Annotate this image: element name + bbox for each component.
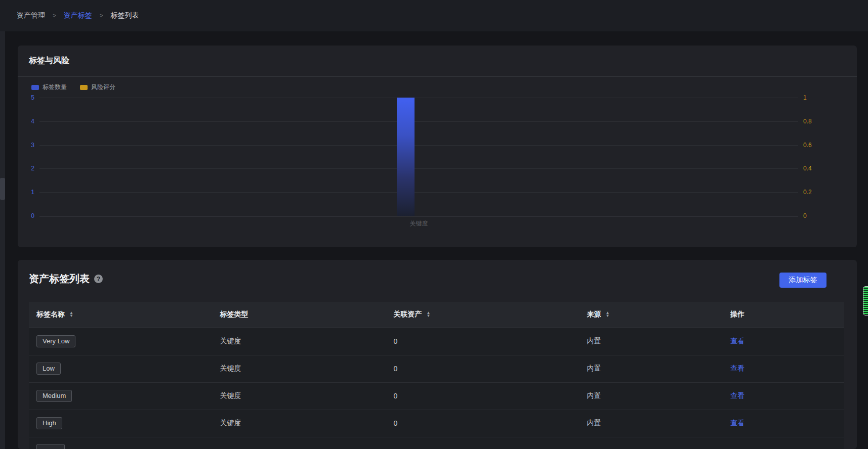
view-link[interactable]: 查看 bbox=[730, 419, 745, 427]
sort-down-icon: ▼ bbox=[427, 315, 431, 318]
table-header-row: 标签名称 ▲ ▼ 标签类型 关联资产 bbox=[29, 302, 844, 328]
source-cell: 内置 bbox=[579, 410, 723, 437]
x-axis-line bbox=[39, 216, 798, 216]
tag-name-badge: Medium bbox=[36, 390, 72, 402]
linked-assets-cell: 0 bbox=[386, 355, 580, 382]
right-axis-tick: 0.6 bbox=[803, 142, 812, 149]
bar-tag-count[interactable] bbox=[397, 98, 415, 216]
left-axis-tick: 3 bbox=[31, 142, 34, 149]
gridline bbox=[39, 121, 798, 122]
help-question-icon[interactable]: ? bbox=[94, 275, 103, 283]
linked-assets-cell: 0 bbox=[386, 328, 580, 355]
linked-assets-cell: 0 bbox=[386, 382, 580, 410]
bar-chart-plot: 5 4 3 2 1 0 1 0.8 0.6 0.4 0.2 0 关键度 bbox=[39, 98, 798, 216]
tag-type-cell: 关键度 bbox=[212, 382, 386, 410]
x-axis-category-label: 关键度 bbox=[410, 219, 428, 228]
breadcrumb: 资产管理 > 资产标签 > 标签列表 bbox=[17, 11, 139, 20]
tag-name-badge: High bbox=[36, 417, 62, 429]
column-label: 关联资产 bbox=[394, 310, 422, 319]
column-header-linked-assets[interactable]: 关联资产 ▲ ▼ bbox=[386, 302, 580, 328]
gridline bbox=[39, 145, 798, 146]
breadcrumb-item-asset-management[interactable]: 资产管理 bbox=[17, 11, 45, 19]
legend-swatch-blue-icon bbox=[31, 85, 39, 90]
view-link[interactable]: 查看 bbox=[730, 337, 745, 345]
left-axis-tick: 2 bbox=[31, 165, 34, 172]
legend-label: 标签数量 bbox=[43, 83, 67, 92]
tag-name-badge: Low bbox=[36, 363, 61, 375]
chart-legend: 标签数量 风险评分 bbox=[31, 83, 115, 92]
tag-name-badge: Very Low bbox=[36, 335, 75, 347]
right-edge-scrollbar-widget[interactable] bbox=[863, 286, 868, 316]
right-axis-tick: 1 bbox=[803, 94, 807, 101]
right-axis-tick: 0.8 bbox=[803, 118, 812, 125]
breadcrumb-item-tag-list: 标签列表 bbox=[111, 11, 139, 19]
tag-type-cell: 关键度 bbox=[212, 410, 386, 437]
table-row-partial bbox=[29, 437, 844, 449]
table-row: High 关键度 0 内置 查看 bbox=[29, 410, 844, 437]
tag-list-card: 资产标签列表 ? 添加标签 标签名称 ▲ bbox=[18, 260, 857, 449]
page-root: 资产管理 > 资产标签 > 标签列表 标签与风险 标签数量 风险评分 bbox=[0, 0, 868, 449]
left-axis-tick: 4 bbox=[31, 118, 34, 125]
view-link[interactable]: 查看 bbox=[730, 391, 745, 399]
source-cell: 内置 bbox=[579, 382, 723, 410]
gridline bbox=[39, 98, 798, 98]
table-row: Low 关键度 0 内置 查看 bbox=[29, 355, 844, 382]
left-rail bbox=[0, 31, 5, 449]
breadcrumb-separator-icon: > bbox=[100, 12, 103, 19]
view-link[interactable]: 查看 bbox=[730, 364, 745, 372]
tag-name-badge bbox=[36, 444, 65, 449]
tag-type-cell: 关键度 bbox=[212, 355, 386, 382]
tag-list-titlebar: 资产标签列表 ? bbox=[29, 272, 103, 286]
breadcrumb-item-asset-tags[interactable]: 资产标签 bbox=[64, 11, 92, 19]
gridline bbox=[39, 168, 798, 169]
left-axis-tick: 1 bbox=[31, 189, 34, 196]
column-label: 操作 bbox=[730, 310, 745, 319]
add-tag-button[interactable]: 添加标签 bbox=[779, 273, 826, 288]
left-axis-tick: 5 bbox=[31, 94, 34, 101]
column-header-tag-name[interactable]: 标签名称 ▲ ▼ bbox=[29, 302, 212, 328]
legend-label: 风险评分 bbox=[91, 83, 115, 92]
column-header-tag-type: 标签类型 bbox=[212, 302, 386, 328]
table-row: Medium 关键度 0 内置 查看 bbox=[29, 382, 844, 410]
gridline bbox=[39, 192, 798, 193]
source-cell: 内置 bbox=[579, 328, 723, 355]
breadcrumb-separator-icon: > bbox=[53, 12, 56, 19]
breadcrumb-bar: 资产管理 > 资产标签 > 标签列表 bbox=[0, 0, 868, 31]
legend-item-tag-count[interactable]: 标签数量 bbox=[31, 83, 67, 92]
right-axis-tick: 0.4 bbox=[803, 165, 812, 172]
right-axis-tick: 0.2 bbox=[803, 189, 812, 196]
linked-assets-cell: 0 bbox=[386, 410, 580, 437]
sort-icon[interactable]: ▲ ▼ bbox=[427, 311, 431, 318]
chart-card-title: 标签与风险 bbox=[29, 56, 69, 66]
chart-card: 标签与风险 标签数量 风险评分 5 4 3 2 1 bbox=[18, 46, 857, 247]
sort-down-icon: ▼ bbox=[605, 315, 609, 318]
legend-item-risk-score[interactable]: 风险评分 bbox=[80, 83, 115, 92]
column-header-source[interactable]: 来源 ▲ ▼ bbox=[579, 302, 723, 328]
legend-swatch-yellow-icon bbox=[80, 85, 88, 90]
column-label: 标签名称 bbox=[36, 310, 65, 319]
tag-table: 标签名称 ▲ ▼ 标签类型 关联资产 bbox=[29, 302, 844, 449]
left-axis-tick: 0 bbox=[31, 212, 34, 219]
left-rail-thumb[interactable] bbox=[0, 178, 5, 200]
sort-icon[interactable]: ▲ ▼ bbox=[605, 311, 609, 318]
chart-card-header: 标签与风险 bbox=[18, 46, 857, 77]
column-label: 来源 bbox=[587, 310, 601, 319]
tag-list-title: 资产标签列表 bbox=[29, 272, 90, 286]
column-label: 标签类型 bbox=[220, 310, 248, 319]
table-row: Very Low 关键度 0 内置 查看 bbox=[29, 328, 844, 355]
sort-icon[interactable]: ▲ ▼ bbox=[69, 311, 73, 318]
right-axis-tick: 0 bbox=[803, 212, 807, 219]
column-header-actions: 操作 bbox=[723, 302, 844, 328]
tag-type-cell: 关键度 bbox=[212, 328, 386, 355]
source-cell: 内置 bbox=[579, 355, 723, 382]
sort-down-icon: ▼ bbox=[69, 315, 73, 318]
